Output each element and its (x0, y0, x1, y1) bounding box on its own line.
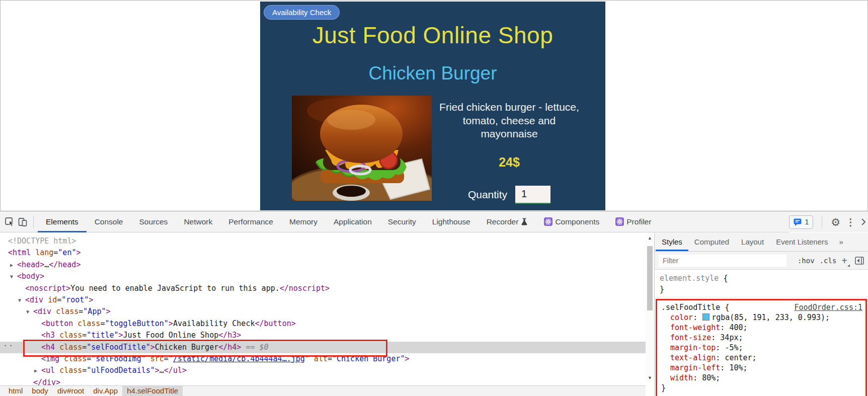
tree-row[interactable]: ▶<ul class="ulFoodDetails">…</ul> (0, 365, 646, 376)
code-token: "ulFoodDetails" (87, 366, 154, 375)
tree-row[interactable]: <h3 class="title">Just Food Online Shop<… (0, 330, 646, 341)
toolbar-divider (33, 216, 34, 228)
tab-label: Recorder (487, 212, 519, 232)
property-value: rgba(85, 191, 233, 0.993); (712, 313, 830, 322)
styles-tab-computed[interactable]: Computed (688, 233, 735, 251)
tab-sources[interactable]: Sources (131, 211, 176, 232)
collapse-arrow-icon[interactable]: ▼ (26, 306, 29, 318)
tab-security[interactable]: Security (380, 211, 424, 232)
inspect-element-icon[interactable] (3, 215, 16, 228)
description-line: mayonnaise (431, 127, 587, 141)
css-selector[interactable]: .selFoodTitle { (661, 302, 729, 312)
code-token: class (59, 331, 82, 340)
styles-sidebar: StylesComputedLayoutEvent Listeners» :ho… (654, 233, 868, 396)
element-style-rule[interactable]: element.style { } (655, 270, 868, 297)
code-token: class (59, 343, 82, 352)
breadcrumb-item-html[interactable]: html (4, 386, 27, 396)
settings-gear-icon[interactable]: ⚙ (831, 217, 840, 227)
more-tabs-button[interactable]: » (836, 233, 846, 251)
tab-profiler[interactable]: Profiler (607, 211, 659, 232)
code-token: == $0 (241, 343, 268, 352)
expand-arrow-icon[interactable]: ▶ (10, 259, 13, 271)
new-style-rule-button[interactable]: + (841, 256, 850, 266)
breadcrumb-item-body[interactable]: body (27, 386, 53, 396)
stylesheet-source-link[interactable]: FoodOrder.css:1 (795, 302, 862, 312)
tab-performance[interactable]: Performance (220, 211, 281, 232)
sidebar-layout-icon[interactable] (855, 257, 864, 265)
tab-label: Profiler (626, 212, 651, 232)
code-token: > (150, 343, 155, 352)
elements-scrollbar[interactable]: ▲ ▼ (646, 233, 654, 382)
tree-row[interactable]: ▼<body> (0, 271, 646, 282)
styles-tab-layout[interactable]: Layout (735, 233, 770, 251)
device-toolbar-icon[interactable] (16, 215, 29, 228)
issues-badge[interactable]: 1 (789, 215, 813, 229)
quantity-input[interactable] (515, 186, 550, 204)
code-token: … (44, 260, 49, 269)
availability-check-button[interactable]: Availability Check (264, 5, 340, 20)
breadcrumb-item-h4-selFoodTitle[interactable]: h4.selFoodTitle (122, 386, 183, 396)
css-property-color[interactable]: color: rgba(85, 191, 233, 0.993); (661, 312, 862, 323)
chevron-right-icon[interactable] (861, 218, 866, 226)
food-content-row: Fried chicken burger - lettuce, tomato, … (260, 95, 605, 210)
styles-tab-styles[interactable]: Styles (656, 233, 688, 251)
code-token: <div (33, 307, 56, 316)
react-icon (544, 217, 553, 226)
styles-tab-event-listeners[interactable]: Event Listeners (770, 233, 834, 251)
tab-elements[interactable]: Elements (38, 211, 87, 232)
collapse-arrow-icon[interactable]: ▼ (18, 294, 21, 306)
css-property-font-size[interactable]: font-size: 34px; (661, 333, 862, 343)
tab-label: Elements (46, 212, 78, 232)
tab-lighthouse[interactable]: Lighthouse (424, 211, 479, 232)
tree-row[interactable]: <html lang="en"> (0, 247, 646, 259)
quantity-label: Quantity (468, 189, 507, 201)
quantity-row: Quantity (431, 186, 587, 204)
scroll-down-arrow[interactable]: ▼ (646, 374, 654, 382)
css-property-margin-top[interactable]: margin-top: -5%; (661, 343, 862, 353)
css-property-margin-left[interactable]: margin-left: 10%; (661, 363, 862, 373)
code-token: "selFoodTitle" (87, 343, 150, 352)
tree-row[interactable]: <button class="toggleButton">Availabilit… (0, 318, 646, 330)
code-token: You need to enable JavaScript to run thi… (70, 284, 279, 293)
tree-row[interactable]: </div> (0, 377, 646, 385)
tab-application[interactable]: Application (326, 211, 380, 232)
code-token: <h3 (41, 331, 59, 340)
scrollbar-thumb[interactable] (647, 246, 653, 310)
resource-link[interactable]: /static/media/cb.4b444a4….jpg (173, 354, 305, 363)
property-value: center; (725, 353, 756, 362)
styles-tab-strip: StylesComputedLayoutEvent Listeners» (655, 233, 868, 252)
code-token: = (53, 248, 58, 257)
tab-network[interactable]: Network (176, 211, 220, 232)
tree-row-selected[interactable]: <h4 class="selFoodTitle">Chicken Burger<… (0, 342, 646, 353)
food-image (292, 96, 432, 201)
more-options-icon[interactable]: ⋮ (845, 217, 856, 227)
tab-recorder[interactable]: Recorder (479, 211, 536, 232)
toggle-pseudo-state-button[interactable]: :hov (798, 257, 815, 265)
tab-memory[interactable]: Memory (281, 211, 326, 232)
tree-row[interactable]: ▼<div id="root"> (0, 294, 646, 306)
css-property-text-align[interactable]: text-align: center; (661, 353, 862, 363)
tab-console[interactable]: Console (87, 211, 131, 232)
tree-row[interactable]: ▶<head>…</head> (0, 259, 646, 271)
tab-label: Sources (139, 212, 168, 232)
breadcrumb-item-div-App[interactable]: div.App (89, 386, 122, 396)
shop-title: Just Food Online Shop (260, 22, 605, 49)
toggle-element-classes-button[interactable]: .cls (820, 257, 837, 265)
expand-arrow-icon[interactable]: ▶ (34, 365, 37, 376)
selfoodtitle-css-rule[interactable]: .selFoodTitle { FoodOrder.css:1 color: r… (656, 299, 867, 396)
code-token: class (56, 307, 78, 316)
code-token: </noscript> (280, 284, 330, 293)
tab-components[interactable]: Components (536, 211, 607, 232)
styles-filter-input[interactable] (659, 255, 786, 267)
collapse-arrow-icon[interactable]: ▼ (10, 271, 13, 282)
tree-row[interactable]: ▼<div class="App"> (0, 306, 646, 318)
tree-row[interactable]: <img class="selFoodImg" src="/static/med… (0, 353, 646, 365)
scroll-up-arrow[interactable]: ▲ (646, 234, 654, 242)
tab-label: Lighthouse (432, 212, 470, 232)
tree-row[interactable]: <noscript>You need to enable JavaScript … (0, 283, 646, 294)
css-property-font-weight[interactable]: font-weight: 400; (661, 323, 862, 333)
breadcrumb-item-div-root[interactable]: div#root (53, 386, 89, 396)
color-swatch[interactable] (702, 313, 709, 321)
tree-row[interactable]: <!DOCTYPE html> (0, 235, 646, 247)
css-property-width[interactable]: width: 80%; (661, 373, 862, 383)
